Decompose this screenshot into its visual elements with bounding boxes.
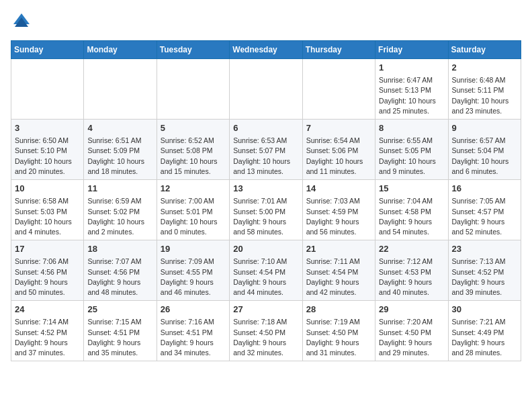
day-info: Sunrise: 7:00 AMSunset: 5:01 PMDaylight:… (161, 196, 226, 237)
day-header-sunday: Sunday (11, 41, 84, 59)
calendar-day-2: 2Sunrise: 6:48 AMSunset: 5:11 PMDaylight… (448, 59, 521, 120)
day-info: Sunrise: 7:05 AMSunset: 4:57 PMDaylight:… (452, 196, 517, 237)
calendar-day-24: 24Sunrise: 7:14 AMSunset: 4:52 PMDayligh… (11, 301, 84, 361)
page-header (11, 11, 521, 32)
calendar-day-23: 23Sunrise: 7:13 AMSunset: 4:52 PMDayligh… (448, 240, 521, 301)
calendar-day-11: 11Sunrise: 6:59 AMSunset: 5:02 PMDayligh… (84, 180, 157, 240)
calendar-day-8: 8Sunrise: 6:55 AMSunset: 5:05 PMDaylight… (375, 120, 448, 180)
day-number: 8 (379, 122, 444, 134)
day-info: Sunrise: 7:10 AMSunset: 4:54 PMDaylight:… (233, 257, 298, 298)
day-number: 11 (87, 183, 152, 195)
calendar-day-27: 27Sunrise: 7:18 AMSunset: 4:50 PMDayligh… (230, 301, 302, 361)
empty-day (230, 59, 302, 120)
day-info: Sunrise: 6:57 AMSunset: 5:04 PMDaylight:… (452, 136, 517, 177)
day-info: Sunrise: 6:52 AMSunset: 5:08 PMDaylight:… (161, 136, 226, 177)
day-number: 3 (15, 122, 80, 134)
calendar-day-19: 19Sunrise: 7:09 AMSunset: 4:55 PMDayligh… (157, 240, 229, 301)
calendar-day-9: 9Sunrise: 6:57 AMSunset: 5:04 PMDaylight… (448, 120, 521, 180)
calendar-day-20: 20Sunrise: 7:10 AMSunset: 4:54 PMDayligh… (230, 240, 302, 301)
day-number: 23 (452, 243, 517, 255)
calendar-day-6: 6Sunrise: 6:53 AMSunset: 5:07 PMDaylight… (230, 120, 302, 180)
day-info: Sunrise: 7:18 AMSunset: 4:50 PMDaylight:… (233, 317, 298, 358)
day-number: 2 (452, 62, 517, 74)
calendar-week-row: 3Sunrise: 6:50 AMSunset: 5:10 PMDaylight… (11, 120, 521, 180)
calendar-day-16: 16Sunrise: 7:05 AMSunset: 4:57 PMDayligh… (448, 180, 521, 240)
day-number: 13 (233, 183, 298, 195)
day-number: 16 (452, 183, 517, 195)
day-info: Sunrise: 7:01 AMSunset: 5:00 PMDaylight:… (233, 196, 298, 237)
day-number: 29 (379, 304, 444, 316)
calendar-day-30: 30Sunrise: 7:21 AMSunset: 4:49 PMDayligh… (448, 301, 521, 361)
day-header-thursday: Thursday (302, 41, 375, 59)
calendar-day-14: 14Sunrise: 7:03 AMSunset: 4:59 PMDayligh… (302, 180, 375, 240)
day-number: 22 (379, 243, 444, 255)
day-number: 18 (87, 243, 152, 255)
calendar-day-3: 3Sunrise: 6:50 AMSunset: 5:10 PMDaylight… (11, 120, 84, 180)
day-info: Sunrise: 7:16 AMSunset: 4:51 PMDaylight:… (161, 317, 226, 358)
day-number: 7 (306, 122, 371, 134)
day-info: Sunrise: 7:07 AMSunset: 4:56 PMDaylight:… (87, 257, 152, 298)
day-info: Sunrise: 7:09 AMSunset: 4:55 PMDaylight:… (161, 257, 226, 298)
calendar-week-row: 24Sunrise: 7:14 AMSunset: 4:52 PMDayligh… (11, 301, 521, 361)
day-number: 30 (452, 304, 517, 316)
day-info: Sunrise: 6:55 AMSunset: 5:05 PMDaylight:… (379, 136, 444, 177)
calendar-header-row: SundayMondayTuesdayWednesdayThursdayFrid… (11, 41, 521, 59)
day-number: 20 (233, 243, 298, 255)
day-number: 5 (161, 122, 226, 134)
empty-day (157, 59, 229, 120)
day-header-saturday: Saturday (448, 41, 521, 59)
calendar-day-7: 7Sunrise: 6:54 AMSunset: 5:06 PMDaylight… (302, 120, 375, 180)
logo-icon (11, 11, 32, 32)
day-info: Sunrise: 7:21 AMSunset: 4:49 PMDaylight:… (452, 317, 517, 358)
day-number: 14 (306, 183, 371, 195)
calendar-day-28: 28Sunrise: 7:19 AMSunset: 4:50 PMDayligh… (302, 301, 375, 361)
day-number: 10 (15, 183, 80, 195)
calendar-week-row: 10Sunrise: 6:58 AMSunset: 5:03 PMDayligh… (11, 180, 521, 240)
calendar-day-10: 10Sunrise: 6:58 AMSunset: 5:03 PMDayligh… (11, 180, 84, 240)
day-info: Sunrise: 7:19 AMSunset: 4:50 PMDaylight:… (306, 317, 371, 358)
calendar-day-1: 1Sunrise: 6:47 AMSunset: 5:13 PMDaylight… (375, 59, 448, 120)
day-number: 26 (161, 304, 226, 316)
day-number: 1 (379, 62, 444, 74)
day-info: Sunrise: 6:59 AMSunset: 5:02 PMDaylight:… (87, 196, 152, 237)
calendar-week-row: 1Sunrise: 6:47 AMSunset: 5:13 PMDaylight… (11, 59, 521, 120)
day-number: 24 (15, 304, 80, 316)
day-header-monday: Monday (84, 41, 157, 59)
day-number: 17 (15, 243, 80, 255)
day-info: Sunrise: 6:48 AMSunset: 5:11 PMDaylight:… (452, 75, 517, 116)
empty-day (11, 59, 84, 120)
calendar-table: SundayMondayTuesdayWednesdayThursdayFrid… (11, 40, 521, 361)
day-info: Sunrise: 7:12 AMSunset: 4:53 PMDaylight:… (379, 257, 444, 298)
day-number: 6 (233, 122, 298, 134)
day-info: Sunrise: 6:51 AMSunset: 5:09 PMDaylight:… (87, 136, 152, 177)
calendar-day-4: 4Sunrise: 6:51 AMSunset: 5:09 PMDaylight… (84, 120, 157, 180)
day-header-friday: Friday (375, 41, 448, 59)
calendar-day-18: 18Sunrise: 7:07 AMSunset: 4:56 PMDayligh… (84, 240, 157, 301)
day-info: Sunrise: 6:50 AMSunset: 5:10 PMDaylight:… (15, 136, 80, 177)
day-info: Sunrise: 7:03 AMSunset: 4:59 PMDaylight:… (306, 196, 371, 237)
day-number: 12 (161, 183, 226, 195)
day-info: Sunrise: 7:11 AMSunset: 4:54 PMDaylight:… (306, 257, 371, 298)
day-number: 21 (306, 243, 371, 255)
day-number: 25 (87, 304, 152, 316)
day-info: Sunrise: 7:20 AMSunset: 4:50 PMDaylight:… (379, 317, 444, 358)
day-header-tuesday: Tuesday (157, 41, 229, 59)
day-info: Sunrise: 6:47 AMSunset: 5:13 PMDaylight:… (379, 75, 444, 116)
day-number: 9 (452, 122, 517, 134)
calendar-day-25: 25Sunrise: 7:15 AMSunset: 4:51 PMDayligh… (84, 301, 157, 361)
calendar-day-17: 17Sunrise: 7:06 AMSunset: 4:56 PMDayligh… (11, 240, 84, 301)
calendar-day-29: 29Sunrise: 7:20 AMSunset: 4:50 PMDayligh… (375, 301, 448, 361)
calendar-day-22: 22Sunrise: 7:12 AMSunset: 4:53 PMDayligh… (375, 240, 448, 301)
day-info: Sunrise: 7:06 AMSunset: 4:56 PMDaylight:… (15, 257, 80, 298)
day-info: Sunrise: 6:58 AMSunset: 5:03 PMDaylight:… (15, 196, 80, 237)
calendar-day-5: 5Sunrise: 6:52 AMSunset: 5:08 PMDaylight… (157, 120, 229, 180)
day-info: Sunrise: 6:54 AMSunset: 5:06 PMDaylight:… (306, 136, 371, 177)
empty-day (84, 59, 157, 120)
day-number: 15 (379, 183, 444, 195)
day-number: 4 (87, 122, 152, 134)
calendar-day-26: 26Sunrise: 7:16 AMSunset: 4:51 PMDayligh… (157, 301, 229, 361)
day-info: Sunrise: 7:15 AMSunset: 4:51 PMDaylight:… (87, 317, 152, 358)
calendar-day-12: 12Sunrise: 7:00 AMSunset: 5:01 PMDayligh… (157, 180, 229, 240)
day-header-wednesday: Wednesday (230, 41, 302, 59)
day-info: Sunrise: 7:14 AMSunset: 4:52 PMDaylight:… (15, 317, 80, 358)
